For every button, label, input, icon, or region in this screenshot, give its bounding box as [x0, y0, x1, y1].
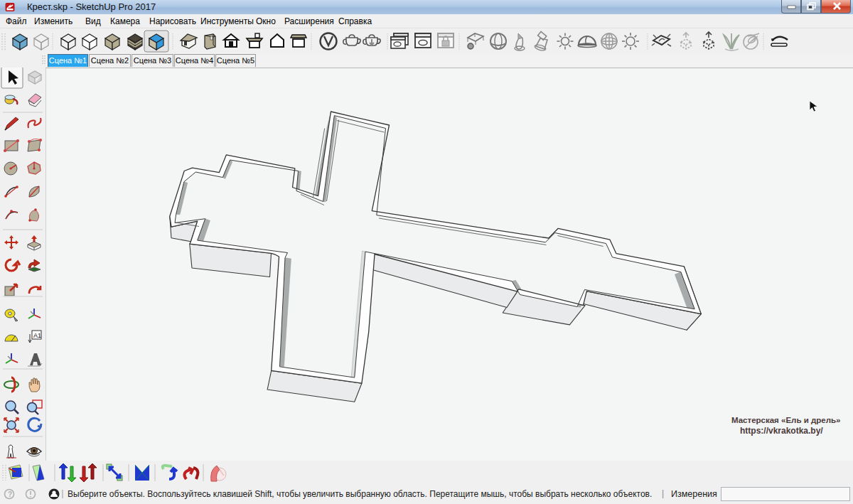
svg-text:?: ?	[8, 490, 12, 498]
